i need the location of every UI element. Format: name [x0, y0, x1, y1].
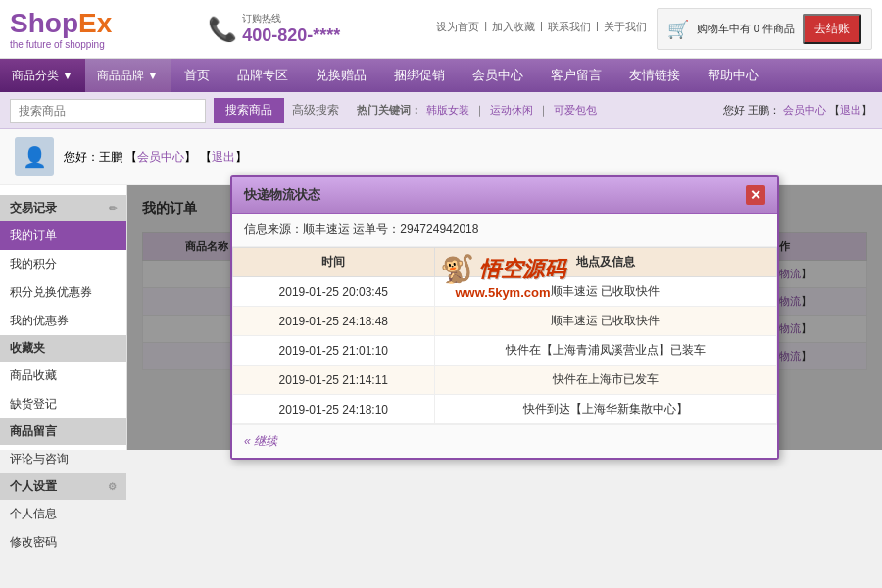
keyword-2[interactable]: 运动休闲	[490, 103, 533, 118]
user-greeting-search: 您好 王鹏	[723, 104, 769, 116]
logistics-info-3: 快件在【上海青浦凤溪营业点】已装车	[434, 336, 776, 366]
user-member-center-link[interactable]: 会员中心	[137, 150, 184, 164]
member-center-link[interactable]: 会员中心	[783, 104, 826, 116]
modal-header: 快递物流状态 ✕	[232, 177, 777, 214]
keyword-1[interactable]: 韩版女装	[426, 103, 469, 118]
top-link-contact[interactable]: 联系我们	[548, 20, 591, 34]
list-item: 2019-01-25 20:03:45 顺丰速运 已收取快件	[233, 277, 777, 307]
sidebar-section-messages-label: 商品留言	[10, 423, 57, 440]
logistics-info-2: 顺丰速运 已收取快件	[434, 307, 776, 336]
header-right: 设为首页 | 加入收藏 | 联系我们 | 关于我们 🛒 购物车中有 0 件商品 …	[436, 8, 872, 50]
modal-close-button[interactable]: ✕	[746, 185, 765, 205]
user-info: 您好：王鹏 【会员中心】 【退出】	[64, 149, 247, 166]
modal-info: 信息来源：顺丰速运 运单号：294724942018	[232, 214, 777, 247]
sidebar-item-redeem-coupon[interactable]: 积分兑换优惠券	[0, 278, 126, 307]
chevron-down-icon-2: ▼	[147, 69, 159, 82]
search-bar: 搜索商品 高级搜索 热门关键词： 韩版女装 ｜ 运动休闲 ｜ 可爱包包 您好 王…	[0, 92, 882, 129]
nav-bar: 商品分类 ▼ 商品品牌 ▼ 首页 品牌专区 兑换赠品 捆绑促销 会员中心 客户留…	[0, 59, 882, 92]
search-bar-right: 您好 王鹏： 会员中心 【退出】	[723, 103, 872, 118]
sidebar-section-transactions: 交易记录 ✏	[0, 195, 126, 221]
modal-continue-link[interactable]: « 继续	[244, 434, 277, 448]
top-link-home[interactable]: 设为首页	[436, 20, 479, 34]
main-content: 我的订单 商品名称 数量 金额 下单日期 当前状态 操作 已发货	[127, 185, 882, 450]
logistics-info-4: 快件在上海市已发车	[434, 366, 776, 395]
nav-category-2[interactable]: 商品品牌 ▼	[85, 59, 171, 92]
nav-category-1-label: 商品分类	[12, 68, 59, 84]
sidebar-item-backorder[interactable]: 缺货登记	[0, 390, 126, 418]
user-avatar: 👤	[15, 137, 54, 176]
sidebar-item-product-favorites[interactable]: 商品收藏	[0, 362, 126, 390]
cart-box: 🛒 购物车中有 0 件商品 去结账	[657, 8, 872, 50]
checkout-button[interactable]: 去结账	[803, 14, 861, 44]
sidebar-item-reviews[interactable]: 评论与咨询	[0, 445, 126, 473]
nav-item-member[interactable]: 会员中心	[459, 59, 537, 92]
logo-ex: Ex	[78, 8, 112, 38]
logistics-info-1: 顺丰速运 已收取快件	[434, 277, 776, 307]
top-link-about[interactable]: 关于我们	[604, 20, 647, 34]
phone-number: 400-820-****	[242, 25, 340, 46]
modal-title: 快递物流状态	[244, 186, 320, 204]
logistics-time-5: 2019-01-25 24:18:10	[233, 395, 435, 424]
nav-items: 首页 品牌专区 兑换赠品 捆绑促销 会员中心 客户留言 友情链接 帮助中心	[171, 59, 772, 92]
logistics-table: 时间 地点及信息 2019-01-25 20:03:45 顺丰速运 已收取快件 …	[232, 247, 777, 424]
sidebar-item-coupons[interactable]: 我的优惠券	[0, 307, 126, 335]
sidebar: 交易记录 ✏ 我的订单 我的积分 积分兑换优惠券 我的优惠券 收藏夹 商品收藏 …	[0, 185, 127, 450]
list-item: 2019-01-25 21:01:10 快件在【上海青浦凤溪营业点】已装车	[233, 336, 777, 366]
gear-icon: ⚙	[108, 481, 117, 492]
logo-shop: Shop	[10, 8, 78, 38]
modal-col-time: 时间	[233, 248, 435, 277]
modal-col-location: 地点及信息	[434, 248, 776, 277]
logo-subtitle: the future of shopping	[10, 39, 112, 50]
chevron-down-icon: ▼	[62, 69, 74, 82]
nav-item-redeem[interactable]: 兑换赠品	[302, 59, 380, 92]
list-item: 2019-01-25 21:14:11 快件在上海市已发车	[233, 366, 777, 395]
top-links: 设为首页 | 加入收藏 | 联系我们 | 关于我们	[436, 20, 647, 34]
sidebar-item-points[interactable]: 我的积分	[0, 250, 126, 278]
sidebar-section-favorites: 收藏夹	[0, 335, 126, 362]
sidebar-section-favorites-label: 收藏夹	[10, 340, 45, 357]
modal-overlay: 🐒 悟空源码 www.5kym.com 快递物流状态 ✕ 信息来源：顺丰速运 运…	[127, 185, 882, 450]
nav-category-1[interactable]: 商品分类 ▼	[0, 59, 85, 92]
search-input[interactable]	[10, 99, 206, 122]
logistics-time-2: 2019-01-25 24:18:48	[233, 307, 435, 336]
hot-keywords-label: 热门关键词：	[357, 103, 421, 118]
logistics-modal: 快递物流状态 ✕ 信息来源：顺丰速运 运单号：294724942018 时间 地…	[230, 175, 779, 460]
sidebar-section-settings-label: 个人设置	[10, 478, 57, 495]
nav-item-links[interactable]: 友情链接	[615, 59, 694, 92]
hot-keywords: 热门关键词： 韩版女装 ｜ 运动休闲 ｜ 可爱包包	[357, 103, 597, 118]
main-layout: 交易记录 ✏ 我的订单 我的积分 积分兑换优惠券 我的优惠券 收藏夹 商品收藏 …	[0, 185, 882, 450]
nav-category-2-label: 商品品牌	[97, 68, 144, 84]
sidebar-item-orders[interactable]: 我的订单	[0, 221, 126, 250]
nav-item-brand[interactable]: 品牌专区	[223, 59, 302, 92]
logistics-time-4: 2019-01-25 21:14:11	[233, 366, 435, 395]
nav-item-bundle[interactable]: 捆绑促销	[380, 59, 459, 92]
nav-item-message[interactable]: 客户留言	[537, 59, 615, 92]
top-link-collect[interactable]: 加入收藏	[492, 20, 535, 34]
logistics-info-5: 快件到达【上海华新集散中心】	[434, 395, 776, 424]
advanced-search-link[interactable]: 高级搜索	[292, 102, 339, 119]
hotline-area: 📞 订购热线 400-820-****	[208, 12, 340, 46]
sidebar-item-password[interactable]: 修改密码	[0, 528, 126, 557]
modal-body: 时间 地点及信息 2019-01-25 20:03:45 顺丰速运 已收取快件 …	[232, 247, 777, 424]
logout-link-search[interactable]: 退出	[840, 104, 861, 116]
logistics-time-1: 2019-01-25 20:03:45	[233, 277, 435, 307]
keyword-3[interactable]: 可爱包包	[554, 103, 597, 118]
list-item: 2019-01-25 24:18:10 快件到达【上海华新集散中心】	[233, 395, 777, 424]
logo: ShopEx the future of shopping	[10, 8, 112, 50]
sidebar-section-settings: 个人设置 ⚙	[0, 473, 126, 500]
header: ShopEx the future of shopping 📞 订购热线 400…	[0, 0, 882, 59]
sidebar-item-profile[interactable]: 个人信息	[0, 500, 126, 528]
search-button[interactable]: 搜索商品	[214, 98, 284, 122]
edit-icon: ✏	[109, 203, 117, 214]
logistics-time-3: 2019-01-25 21:01:10	[233, 336, 435, 366]
nav-item-home[interactable]: 首页	[171, 59, 223, 92]
list-item: 2019-01-25 24:18:48 顺丰速运 已收取快件	[233, 307, 777, 336]
modal-footer: « 继续	[232, 424, 777, 458]
cart-text: 购物车中有 0 件商品	[697, 22, 795, 36]
user-logout-link[interactable]: 退出	[212, 150, 235, 164]
hotline-label: 订购热线	[242, 12, 340, 25]
user-greeting: 您好：王鹏	[64, 150, 122, 164]
sidebar-section-transactions-label: 交易记录	[10, 200, 57, 217]
nav-item-help[interactable]: 帮助中心	[694, 59, 772, 92]
phone-icon: 📞	[208, 16, 237, 43]
